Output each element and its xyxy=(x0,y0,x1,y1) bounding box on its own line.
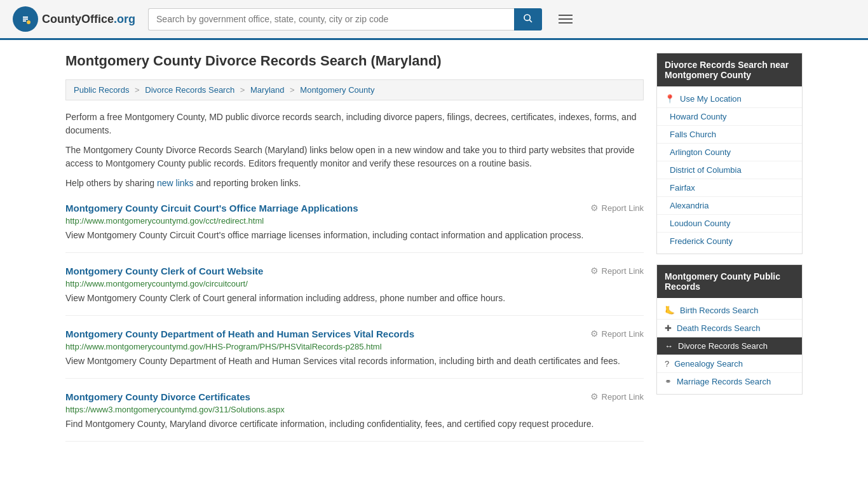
sidebar-item-falls-church[interactable]: Falls Church xyxy=(657,126,802,144)
sidebar-item-fairfax[interactable]: Fairfax xyxy=(657,179,802,197)
nearby-loudoun-county-link[interactable]: Loudoun County xyxy=(670,219,730,228)
sidebar-item-alexandria[interactable]: Alexandria xyxy=(657,197,802,215)
nearby-arlington-county-link[interactable]: Arlington County xyxy=(670,147,731,157)
sidebar-item-genealogy[interactable]: ? Genealogy Search xyxy=(657,355,802,373)
result-desc: View Montgomery County Clerk of Court ge… xyxy=(65,292,644,305)
nearby-district-of-columbia-link[interactable]: District of Columbia xyxy=(670,165,742,175)
main-container: Montgomery County Divorce Records Search… xyxy=(53,40,815,454)
report-icon: ⚙ xyxy=(590,203,599,213)
result-item: Montgomery County Department of Heath an… xyxy=(65,329,644,379)
report-icon: ⚙ xyxy=(590,266,599,276)
result-title[interactable]: Montgomery County Department of Heath an… xyxy=(65,329,414,339)
report-link-btn[interactable]: ⚙ Report Link xyxy=(590,203,644,213)
public-records-list: 🦶 Birth Records Search ✚ Death Records S… xyxy=(657,298,802,394)
desc-p3-prefix: Help others by sharing xyxy=(65,178,157,188)
breadcrumb-sep-2: > xyxy=(240,85,245,95)
report-link-btn[interactable]: ⚙ Report Link xyxy=(590,329,644,339)
public-records-box: Montgomery County Public Records 🦶 Birth… xyxy=(656,264,803,395)
nearby-alexandria-link[interactable]: Alexandria xyxy=(670,201,709,210)
menu-line-3 xyxy=(559,22,573,24)
site-logo[interactable]: CountyOffice.org xyxy=(13,6,135,32)
genealogy-search-link[interactable]: Genealogy Search xyxy=(674,359,743,369)
new-links-link[interactable]: new links xyxy=(157,178,194,188)
result-header: Montgomery County Circuit Court's Office… xyxy=(65,203,644,214)
sidebar-item-use-my-location[interactable]: 📍 Use My Location xyxy=(657,90,802,108)
birth-icon: 🦶 xyxy=(665,306,675,315)
desc-paragraph-1: Perform a free Montgomery County, MD pub… xyxy=(65,111,644,137)
sidebar-item-loudoun-county[interactable]: Loudoun County xyxy=(657,215,802,233)
svg-point-2 xyxy=(524,15,530,20)
result-header: Montgomery County Department of Heath an… xyxy=(65,329,644,339)
report-link-btn[interactable]: ⚙ Report Link xyxy=(590,266,644,276)
breadcrumb-divorce-records-search[interactable]: Divorce Records Search xyxy=(145,85,234,95)
nearby-howard-county-link[interactable]: Howard County xyxy=(670,112,727,121)
sidebar-item-arlington-county[interactable]: Arlington County xyxy=(657,144,802,161)
result-title[interactable]: Montgomery County Clerk of Court Website xyxy=(65,266,263,276)
death-icon: ✚ xyxy=(665,323,672,333)
page-title: Montgomery County Divorce Records Search… xyxy=(65,53,644,69)
breadcrumb-montgomery-county[interactable]: Montgomery County xyxy=(300,85,374,95)
divorce-icon: ↔ xyxy=(665,341,673,351)
report-link-label: Report Link xyxy=(602,329,644,339)
result-url: https://www3.montgomerycountymd.gov/311/… xyxy=(65,405,644,414)
report-link-label: Report Link xyxy=(602,203,644,213)
result-title[interactable]: Montgomery County Divorce Certificates xyxy=(65,391,250,402)
logo-icon xyxy=(13,6,38,32)
sidebar-item-death-records[interactable]: ✚ Death Records Search xyxy=(657,320,802,337)
sidebar-item-district-of-columbia[interactable]: District of Columbia xyxy=(657,161,802,179)
genealogy-icon: ? xyxy=(665,359,669,369)
public-records-title: Montgomery County Public Records xyxy=(657,265,802,298)
result-item: Montgomery County Clerk of Court Website… xyxy=(65,266,644,316)
nearby-divorce-records-title: Divorce Records Search near Montgomery C… xyxy=(657,53,802,86)
location-icon: 📍 xyxy=(665,94,675,104)
search-input[interactable] xyxy=(148,8,514,30)
report-link-label: Report Link xyxy=(602,266,644,276)
content-area: Montgomery County Divorce Records Search… xyxy=(65,53,644,442)
result-header: Montgomery County Clerk of Court Website… xyxy=(65,266,644,276)
marriage-records-link[interactable]: Marriage Records Search xyxy=(677,377,771,386)
breadcrumb-sep-3: > xyxy=(290,85,295,95)
sidebar-item-birth-records[interactable]: 🦶 Birth Records Search xyxy=(657,302,802,320)
result-item: Montgomery County Divorce Certificates ⚙… xyxy=(65,391,644,442)
marriage-icon: ⚭ xyxy=(665,377,672,386)
results-list: Montgomery County Circuit Court's Office… xyxy=(65,203,644,442)
desc-p3-suffix: and reporting broken links. xyxy=(194,178,301,188)
desc-paragraph-2: The Montgomery County Divorce Records Se… xyxy=(65,144,644,170)
hamburger-menu-button[interactable] xyxy=(555,11,576,27)
result-item: Montgomery County Circuit Court's Office… xyxy=(65,203,644,253)
logo-name: CountyOffice.org xyxy=(42,13,135,26)
death-records-link[interactable]: Death Records Search xyxy=(677,323,761,333)
result-title[interactable]: Montgomery County Circuit Court's Office… xyxy=(65,203,358,214)
menu-line-1 xyxy=(559,15,573,16)
nearby-fairfax-link[interactable]: Fairfax xyxy=(670,183,695,193)
sidebar-item-marriage-records[interactable]: ⚭ Marriage Records Search xyxy=(657,373,802,390)
birth-records-link[interactable]: Birth Records Search xyxy=(680,306,759,315)
result-desc: View Montgomery County Circuit Court's o… xyxy=(65,229,644,242)
result-url: http://www.montgomerycountymd.gov/HHS-Pr… xyxy=(65,342,644,351)
search-button[interactable] xyxy=(514,8,542,30)
divorce-records-link[interactable]: Divorce Records Search xyxy=(678,341,768,351)
menu-line-2 xyxy=(559,18,573,20)
report-icon: ⚙ xyxy=(590,329,599,339)
svg-point-1 xyxy=(27,20,31,24)
result-url: http://www.montgomerycountymd.gov/cct/re… xyxy=(65,216,644,226)
report-link-label: Report Link xyxy=(602,392,644,402)
breadcrumb-maryland[interactable]: Maryland xyxy=(250,85,284,95)
sidebar-item-howard-county[interactable]: Howard County xyxy=(657,108,802,126)
report-link-btn[interactable]: ⚙ Report Link xyxy=(590,391,644,402)
nearby-frederick-county-link[interactable]: Frederick County xyxy=(670,236,733,246)
result-url: http://www.montgomerycountymd.gov/circui… xyxy=(65,279,644,288)
nearby-use-my-location-link[interactable]: Use My Location xyxy=(680,94,742,104)
sidebar-item-divorce-records[interactable]: ↔ Divorce Records Search xyxy=(657,337,802,355)
breadcrumb-public-records[interactable]: Public Records xyxy=(74,85,129,95)
result-header: Montgomery County Divorce Certificates ⚙… xyxy=(65,391,644,402)
svg-line-3 xyxy=(529,20,532,22)
nearby-list: 📍 Use My Location Howard County Falls Ch… xyxy=(657,86,802,254)
report-icon: ⚙ xyxy=(590,391,599,402)
breadcrumb: Public Records > Divorce Records Search … xyxy=(65,79,644,100)
nearby-falls-church-link[interactable]: Falls Church xyxy=(670,130,716,139)
site-header: CountyOffice.org xyxy=(0,0,868,40)
search-icon xyxy=(523,13,533,24)
sidebar-item-frederick-county[interactable]: Frederick County xyxy=(657,233,802,250)
desc-paragraph-3: Help others by sharing new links and rep… xyxy=(65,177,644,190)
